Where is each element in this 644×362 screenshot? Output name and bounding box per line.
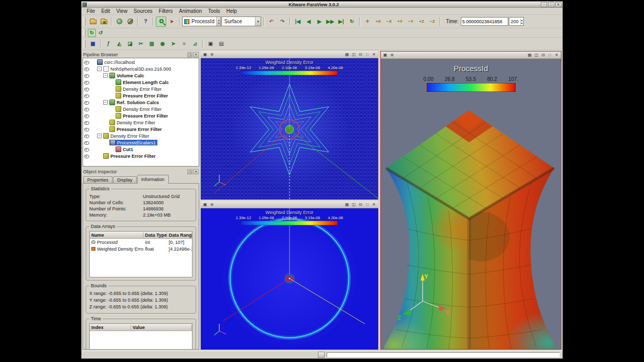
expander-icon[interactable]: −	[103, 73, 108, 78]
menu-filters[interactable]: Filters	[156, 8, 176, 15]
split-horizontal-icon[interactable]: ◫	[533, 52, 540, 58]
table-row[interactable]: ProcessId int [0, 107]	[90, 239, 192, 245]
pipeline-tree[interactable]: csrc://localhost − NohSpherical3D.exo.21…	[83, 58, 199, 167]
disconnect-server-button[interactable]	[125, 17, 135, 27]
zoom-mode-button[interactable]	[156, 17, 166, 27]
split-vertical-icon[interactable]: ⊟	[357, 52, 364, 58]
pipeline-item-reader[interactable]: − NohSpherical3D.exo.216.000	[83, 65, 199, 72]
toolbar-grip[interactable]	[84, 29, 86, 37]
view-plus-z-button[interactable]: +Z	[416, 17, 427, 27]
scene-icon[interactable]: ▣	[202, 52, 208, 58]
dock-float-button[interactable]: ◳	[187, 52, 192, 57]
dock-float-button[interactable]: ◳	[187, 169, 192, 174]
rotate-3d-button[interactable]: ↻	[88, 29, 96, 37]
dock-close-button[interactable]: ✕	[194, 169, 199, 174]
extract-subset-button[interactable]: ◉	[157, 39, 168, 49]
split-vertical-icon[interactable]: ⊟	[540, 52, 546, 58]
view-plus-x-button[interactable]: +X	[373, 17, 383, 27]
visibility-eye-icon[interactable]	[84, 120, 89, 125]
expander-icon[interactable]: −	[97, 67, 102, 71]
center-axes-icon[interactable]: ⊕	[389, 52, 395, 58]
extract-level-button[interactable]: ▤	[216, 39, 227, 49]
table-header[interactable]: Index Value	[90, 324, 192, 331]
pipeline-item[interactable]: Pressure Error Filter	[83, 153, 199, 159]
pipeline-item[interactable]: − Ref. Solution Calcs	[83, 99, 199, 106]
selection-mode-button[interactable]: ➤	[167, 17, 177, 27]
scene-icon[interactable]: ▣	[382, 52, 389, 58]
toolbar-grip[interactable]	[84, 18, 86, 26]
frame-spinner[interactable]: ▴ ▾	[520, 19, 523, 25]
dropdown-arrow-icon[interactable]: ▾	[255, 17, 261, 26]
visibility-eye-icon[interactable]	[84, 134, 89, 139]
visibility-eye-icon[interactable]	[84, 113, 89, 119]
scene-icon[interactable]: ▣	[202, 202, 208, 208]
slice-filter-button[interactable]: ✂	[136, 39, 146, 49]
lookmark-icon[interactable]: ▦	[526, 52, 533, 58]
visibility-eye-icon[interactable]	[84, 154, 89, 159]
pipeline-item[interactable]: Density Error Filter	[83, 119, 199, 126]
toolbar-grip[interactable]	[84, 40, 86, 48]
vcr-play-button[interactable]: ▶	[314, 17, 325, 27]
menu-view[interactable]: View	[113, 8, 131, 15]
clip-filter-button[interactable]: ◪	[125, 39, 135, 49]
vcr-back-button[interactable]: ◀	[303, 17, 314, 27]
stream-tracer-button[interactable]: ≈	[179, 39, 189, 49]
render-canvas[interactable]: Y X Z ProcessId 0.00 26.8 53.5 80.2 107.	[381, 59, 561, 349]
expander-icon[interactable]: −	[97, 134, 102, 138]
object-inspector-header[interactable]: Object Inspector ◳ ✕	[83, 168, 199, 175]
visibility-eye-icon[interactable]	[84, 87, 89, 92]
open-file-button[interactable]	[88, 17, 98, 27]
close-button[interactable]: ✕	[555, 2, 561, 7]
vcr-loop-button[interactable]: ↻	[347, 17, 357, 27]
progress-abort-button[interactable]	[318, 352, 325, 358]
warp-filter-button[interactable]: ⊿	[190, 39, 200, 49]
dock-close-button[interactable]: ✕	[194, 52, 199, 57]
color-by-spinner[interactable]: ▴ ▾	[216, 17, 220, 26]
time-table[interactable]: Index Value	[89, 323, 192, 350]
reset-camera-button[interactable]: ✛	[362, 17, 373, 27]
color-by-combo[interactable]: ProcessId ▴ ▾	[182, 17, 221, 26]
calculator-filter-button[interactable]: ƒ	[103, 39, 114, 49]
title-bar[interactable]: Kitware ParaView 3.0.2 − □ ✕	[82, 2, 562, 8]
maximize-view-icon[interactable]: □	[364, 52, 371, 58]
expander-icon[interactable]: −	[103, 100, 108, 105]
tab-information[interactable]: Information	[137, 175, 169, 184]
render-view-bottom-left[interactable]: ▣ ⊕ ▦ ◫ ⊟ □ ✕	[201, 201, 378, 350]
render-canvas[interactable]: Weighted Density Error 1.39e-12 1.05e-06…	[201, 58, 378, 200]
undo-button[interactable]: ↶	[266, 17, 277, 27]
spin-down-icon[interactable]: ▾	[217, 22, 220, 25]
pipeline-item-selected[interactable]: ProcessIdScalars1	[83, 139, 199, 146]
pipeline-browser-header[interactable]: Pipeline Browser ◳ ✕	[83, 51, 199, 58]
render-view-top-left[interactable]: ▣ ⊕ ▦ ◫ ⊟ □ ✕	[201, 51, 378, 200]
visibility-eye-icon[interactable]	[84, 107, 89, 112]
time-input[interactable]	[461, 17, 508, 26]
pipeline-item[interactable]: Pressure Error Filter	[83, 112, 199, 119]
split-horizontal-icon[interactable]: ◫	[350, 202, 357, 208]
menu-sources[interactable]: Sources	[131, 8, 156, 15]
rotate-2d-button[interactable]: ↺	[96, 29, 105, 37]
menu-file[interactable]: File	[84, 8, 98, 15]
lookmark-icon[interactable]: ▦	[344, 52, 350, 58]
menu-edit[interactable]: Edit	[98, 8, 113, 15]
pipeline-item[interactable]: Density Error Filter	[83, 86, 199, 92]
view-minus-y-button[interactable]: −Y	[406, 17, 416, 27]
redo-button[interactable]: ↷	[277, 17, 287, 27]
visibility-eye-icon[interactable]	[84, 127, 89, 132]
vcr-first-button[interactable]: |◀	[293, 17, 303, 27]
pipeline-item[interactable]: Element Length Calc	[83, 79, 199, 86]
representation-combo[interactable]: Surface ▾	[221, 17, 261, 26]
contour-filter-button[interactable]: ◭	[114, 39, 124, 49]
maximize-view-icon[interactable]: □	[546, 52, 553, 58]
visibility-eye-icon[interactable]	[84, 140, 89, 145]
split-horizontal-icon[interactable]: ◫	[350, 52, 357, 58]
menu-tools[interactable]: Tools	[205, 8, 223, 15]
maximize-button[interactable]: □	[548, 2, 554, 7]
view-minus-z-button[interactable]: −Z	[427, 17, 438, 27]
spin-down-icon[interactable]: ▾	[521, 22, 523, 25]
tab-display[interactable]: Display	[113, 176, 137, 184]
close-view-icon[interactable]: ✕	[371, 202, 377, 208]
maximize-view-icon[interactable]: □	[364, 202, 371, 208]
visibility-eye-icon[interactable]	[84, 67, 89, 72]
spreadsheet-view-button[interactable]: ▦	[88, 39, 98, 49]
close-view-icon[interactable]: ✕	[553, 52, 560, 58]
